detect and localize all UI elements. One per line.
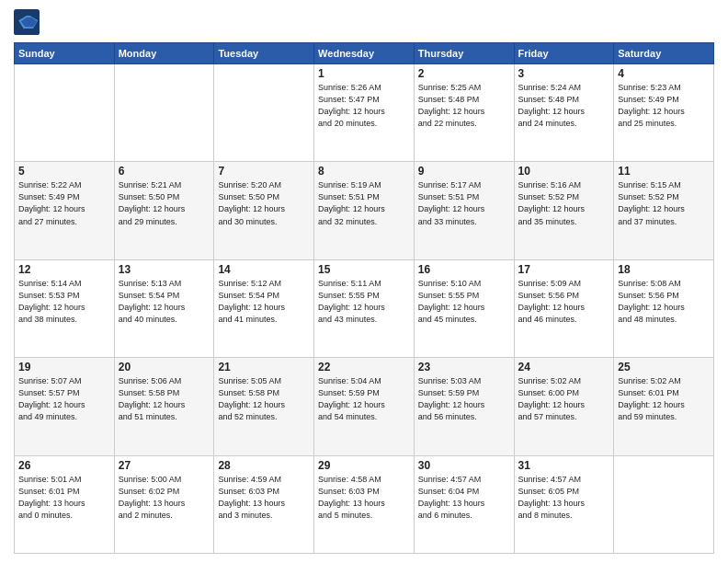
day-info-10: Sunrise: 5:16 AM Sunset: 5:52 PM Dayligh… xyxy=(518,179,610,227)
day-cell-10: 10Sunrise: 5:16 AM Sunset: 5:52 PM Dayli… xyxy=(514,162,614,259)
day-number-15: 15 xyxy=(318,263,410,276)
weekday-header-thursday: Thursday xyxy=(414,43,514,64)
day-cell-18: 18Sunrise: 5:08 AM Sunset: 5:56 PM Dayli… xyxy=(614,259,714,357)
day-info-20: Sunrise: 5:06 AM Sunset: 5:58 PM Dayligh… xyxy=(119,375,210,423)
day-info-16: Sunrise: 5:10 AM Sunset: 5:55 PM Dayligh… xyxy=(418,278,510,326)
day-cell-7: 7Sunrise: 5:20 AM Sunset: 5:50 PM Daylig… xyxy=(214,162,314,259)
day-cell-2: 2Sunrise: 5:25 AM Sunset: 5:48 PM Daylig… xyxy=(414,64,514,162)
day-info-17: Sunrise: 5:09 AM Sunset: 5:56 PM Dayligh… xyxy=(518,278,610,326)
day-number-23: 23 xyxy=(418,361,510,373)
day-info-30: Sunrise: 4:57 AM Sunset: 6:04 PM Dayligh… xyxy=(418,474,510,522)
day-cell-29: 29Sunrise: 4:58 AM Sunset: 6:03 PM Dayli… xyxy=(314,455,415,553)
day-info-7: Sunrise: 5:20 AM Sunset: 5:50 PM Dayligh… xyxy=(218,179,310,227)
day-cell-12: 12Sunrise: 5:14 AM Sunset: 5:53 PM Dayli… xyxy=(15,259,115,357)
empty-cell xyxy=(214,64,314,162)
day-number-27: 27 xyxy=(119,459,210,472)
day-info-15: Sunrise: 5:11 AM Sunset: 5:55 PM Dayligh… xyxy=(318,278,410,326)
day-cell-21: 21Sunrise: 5:05 AM Sunset: 5:58 PM Dayli… xyxy=(214,358,314,455)
day-number-22: 22 xyxy=(318,361,410,373)
day-info-14: Sunrise: 5:12 AM Sunset: 5:54 PM Dayligh… xyxy=(218,278,310,326)
day-number-11: 11 xyxy=(618,165,710,178)
page: SundayMondayTuesdayWednesdayThursdayFrid… xyxy=(0,0,728,563)
day-number-16: 16 xyxy=(418,263,510,276)
day-info-29: Sunrise: 4:58 AM Sunset: 6:03 PM Dayligh… xyxy=(318,474,410,522)
day-cell-26: 26Sunrise: 5:01 AM Sunset: 6:01 PM Dayli… xyxy=(15,455,115,553)
logo-icon xyxy=(14,9,40,35)
day-cell-22: 22Sunrise: 5:04 AM Sunset: 5:59 PM Dayli… xyxy=(314,358,415,455)
weekday-header-monday: Monday xyxy=(114,43,214,64)
day-cell-15: 15Sunrise: 5:11 AM Sunset: 5:55 PM Dayli… xyxy=(314,259,415,357)
day-cell-30: 30Sunrise: 4:57 AM Sunset: 6:04 PM Dayli… xyxy=(414,455,514,553)
weekday-header-wednesday: Wednesday xyxy=(314,43,415,64)
day-number-24: 24 xyxy=(518,361,610,373)
day-info-21: Sunrise: 5:05 AM Sunset: 5:58 PM Dayligh… xyxy=(218,375,310,423)
day-number-2: 2 xyxy=(418,67,510,80)
day-info-12: Sunrise: 5:14 AM Sunset: 5:53 PM Dayligh… xyxy=(18,278,110,326)
day-number-4: 4 xyxy=(618,67,710,80)
week-row-2: 12Sunrise: 5:14 AM Sunset: 5:53 PM Dayli… xyxy=(15,259,714,357)
day-info-2: Sunrise: 5:25 AM Sunset: 5:48 PM Dayligh… xyxy=(418,82,510,130)
weekday-header-row: SundayMondayTuesdayWednesdayThursdayFrid… xyxy=(15,43,714,64)
logo xyxy=(14,9,43,35)
day-number-12: 12 xyxy=(18,263,110,276)
day-number-14: 14 xyxy=(218,263,310,276)
week-row-1: 5Sunrise: 5:22 AM Sunset: 5:49 PM Daylig… xyxy=(15,162,714,259)
day-info-25: Sunrise: 5:02 AM Sunset: 6:01 PM Dayligh… xyxy=(618,375,710,423)
week-row-3: 19Sunrise: 5:07 AM Sunset: 5:57 PM Dayli… xyxy=(15,358,714,455)
day-info-6: Sunrise: 5:21 AM Sunset: 5:50 PM Dayligh… xyxy=(119,179,210,227)
day-cell-24: 24Sunrise: 5:02 AM Sunset: 6:00 PM Dayli… xyxy=(514,358,614,455)
day-cell-27: 27Sunrise: 5:00 AM Sunset: 6:02 PM Dayli… xyxy=(114,455,214,553)
day-info-27: Sunrise: 5:00 AM Sunset: 6:02 PM Dayligh… xyxy=(119,474,210,522)
day-number-17: 17 xyxy=(518,263,610,276)
day-number-6: 6 xyxy=(119,165,210,178)
day-info-22: Sunrise: 5:04 AM Sunset: 5:59 PM Dayligh… xyxy=(318,375,410,423)
empty-cell xyxy=(15,64,115,162)
day-number-5: 5 xyxy=(18,165,110,178)
day-cell-13: 13Sunrise: 5:13 AM Sunset: 5:54 PM Dayli… xyxy=(114,259,214,357)
day-cell-25: 25Sunrise: 5:02 AM Sunset: 6:01 PM Dayli… xyxy=(614,358,714,455)
day-cell-17: 17Sunrise: 5:09 AM Sunset: 5:56 PM Dayli… xyxy=(514,259,614,357)
day-cell-31: 31Sunrise: 4:57 AM Sunset: 6:05 PM Dayli… xyxy=(514,455,614,553)
day-number-7: 7 xyxy=(218,165,310,178)
weekday-header-tuesday: Tuesday xyxy=(214,43,314,64)
day-info-4: Sunrise: 5:23 AM Sunset: 5:49 PM Dayligh… xyxy=(618,82,710,130)
day-info-1: Sunrise: 5:26 AM Sunset: 5:47 PM Dayligh… xyxy=(318,82,410,130)
day-number-8: 8 xyxy=(318,165,410,178)
day-cell-4: 4Sunrise: 5:23 AM Sunset: 5:49 PM Daylig… xyxy=(614,64,714,162)
day-info-5: Sunrise: 5:22 AM Sunset: 5:49 PM Dayligh… xyxy=(18,179,110,227)
day-number-19: 19 xyxy=(18,361,110,373)
weekday-header-friday: Friday xyxy=(514,43,614,64)
day-cell-3: 3Sunrise: 5:24 AM Sunset: 5:48 PM Daylig… xyxy=(514,64,614,162)
day-info-26: Sunrise: 5:01 AM Sunset: 6:01 PM Dayligh… xyxy=(18,474,110,522)
day-info-23: Sunrise: 5:03 AM Sunset: 5:59 PM Dayligh… xyxy=(418,375,510,423)
empty-cell xyxy=(614,455,714,553)
day-cell-16: 16Sunrise: 5:10 AM Sunset: 5:55 PM Dayli… xyxy=(414,259,514,357)
week-row-0: 1Sunrise: 5:26 AM Sunset: 5:47 PM Daylig… xyxy=(15,64,714,162)
day-info-24: Sunrise: 5:02 AM Sunset: 6:00 PM Dayligh… xyxy=(518,375,610,423)
day-number-26: 26 xyxy=(18,459,110,472)
day-info-8: Sunrise: 5:19 AM Sunset: 5:51 PM Dayligh… xyxy=(318,179,410,227)
calendar-table: SundayMondayTuesdayWednesdayThursdayFrid… xyxy=(14,42,714,554)
day-info-28: Sunrise: 4:59 AM Sunset: 6:03 PM Dayligh… xyxy=(218,474,310,522)
day-number-13: 13 xyxy=(119,263,210,276)
day-cell-19: 19Sunrise: 5:07 AM Sunset: 5:57 PM Dayli… xyxy=(15,358,115,455)
day-number-10: 10 xyxy=(518,165,610,178)
day-number-18: 18 xyxy=(618,263,710,276)
day-info-9: Sunrise: 5:17 AM Sunset: 5:51 PM Dayligh… xyxy=(418,179,510,227)
week-row-4: 26Sunrise: 5:01 AM Sunset: 6:01 PM Dayli… xyxy=(15,455,714,553)
day-number-30: 30 xyxy=(418,459,510,472)
header xyxy=(14,9,714,35)
weekday-header-sunday: Sunday xyxy=(15,43,115,64)
day-number-3: 3 xyxy=(518,67,610,80)
day-number-31: 31 xyxy=(518,459,610,472)
day-info-11: Sunrise: 5:15 AM Sunset: 5:52 PM Dayligh… xyxy=(618,179,710,227)
day-number-25: 25 xyxy=(618,361,710,373)
day-info-19: Sunrise: 5:07 AM Sunset: 5:57 PM Dayligh… xyxy=(18,375,110,423)
day-cell-11: 11Sunrise: 5:15 AM Sunset: 5:52 PM Dayli… xyxy=(614,162,714,259)
day-cell-8: 8Sunrise: 5:19 AM Sunset: 5:51 PM Daylig… xyxy=(314,162,415,259)
day-number-1: 1 xyxy=(318,67,410,80)
day-number-20: 20 xyxy=(119,361,210,373)
day-number-9: 9 xyxy=(418,165,510,178)
day-cell-1: 1Sunrise: 5:26 AM Sunset: 5:47 PM Daylig… xyxy=(314,64,415,162)
day-cell-28: 28Sunrise: 4:59 AM Sunset: 6:03 PM Dayli… xyxy=(214,455,314,553)
